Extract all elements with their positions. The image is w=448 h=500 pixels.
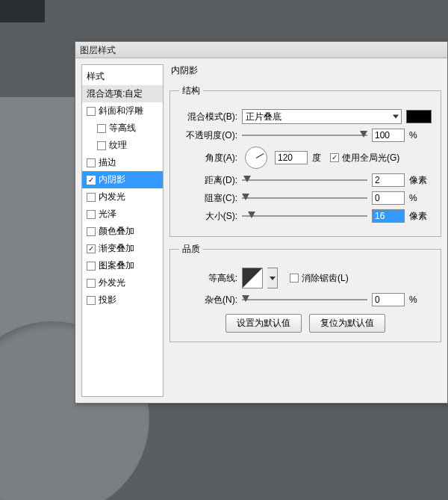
blend-mode-value: 正片叠底 [246,111,281,123]
style-item[interactable]: 光泽 [82,206,163,223]
noise-input[interactable]: 0 [372,293,405,306]
global-light-label: 使用全局光(G) [342,152,399,164]
effect-panel: 内阴影 结构 混合模式(B): 正片叠底 不透明度(O): 10 [169,64,441,397]
checkbox-icon[interactable] [87,296,96,305]
angle-label: 角度(A): [179,152,237,164]
style-item[interactable]: 投影 [82,291,163,309]
opacity-slider[interactable] [242,129,367,141]
contour-dropdown[interactable] [267,268,278,288]
checkbox-icon[interactable] [87,193,96,202]
checkbox-icon[interactable]: ✓ [87,244,96,253]
checkbox-icon[interactable] [87,262,96,271]
style-item[interactable]: ✓内阴影 [82,171,163,188]
reset-default-button[interactable]: 复位为默认值 [309,314,385,333]
checkbox-icon[interactable] [97,124,106,133]
blend-mode-select[interactable]: 正片叠底 [242,109,402,124]
distance-unit: 像素 [409,174,432,187]
style-item[interactable]: 外发光 [82,274,163,291]
style-item-label: 外发光 [99,277,125,289]
checkbox-icon[interactable] [87,158,96,167]
checkbox-icon[interactable] [87,107,96,116]
quality-legend: 品质 [179,243,203,256]
style-item[interactable]: ✓渐变叠加 [82,240,163,257]
style-item-label: 渐变叠加 [99,242,134,255]
angle-input[interactable]: 120 [275,151,308,164]
style-item-label: 纹理 [109,139,127,152]
global-light-checkbox[interactable]: ✓ 使用全局光(G) [330,152,399,164]
contour-swatch[interactable] [242,268,263,288]
style-item-label: 投影 [99,294,116,306]
app-bg-dark [0,0,45,22]
size-slider[interactable] [242,210,367,222]
make-default-button[interactable]: 设置为默认值 [225,314,302,333]
dialog-title[interactable]: 图层样式 [75,42,447,58]
style-item-label: 斜面和浮雕 [99,105,143,117]
size-unit: 像素 [409,210,432,223]
style-item-label: 描边 [99,156,116,169]
layer-style-dialog: 图层样式 样式 混合选项:自定 斜面和浮雕等高线纹理描边✓内阴影内发光光泽颜色叠… [75,41,448,404]
style-item-label: 颜色叠加 [99,225,134,238]
style-item[interactable]: 图案叠加 [82,257,163,274]
structure-group: 结构 混合模式(B): 正片叠底 不透明度(O): 100 % [169,84,441,237]
style-item-label: 内阴影 [99,173,125,186]
style-item-label: 图案叠加 [99,259,134,272]
style-item[interactable]: 描边 [82,154,163,171]
checkbox-icon[interactable] [87,227,96,236]
style-item[interactable]: 内发光 [82,188,163,206]
distance-label: 距离(D): [179,174,237,187]
size-input[interactable]: 16 [372,209,405,223]
angle-unit: 度 [312,152,321,164]
style-item[interactable]: 颜色叠加 [82,223,163,240]
checkbox-icon[interactable] [87,279,96,288]
antialias-checkbox[interactable]: 消除锯齿(L) [290,272,349,285]
checkbox-icon[interactable] [87,210,96,219]
styles-list: 样式 混合选项:自定 斜面和浮雕等高线纹理描边✓内阴影内发光光泽颜色叠加✓渐变叠… [81,64,164,397]
styles-header[interactable]: 样式 [82,68,163,85]
noise-unit: % [409,294,432,305]
opacity-unit: % [409,130,432,141]
choke-label: 阻塞(C): [179,192,237,205]
checkbox-icon[interactable] [97,141,106,150]
blend-mode-label: 混合模式(B): [179,111,237,123]
chevron-down-icon [270,277,276,280]
panel-title: 内阴影 [169,64,441,78]
choke-slider[interactable] [242,192,367,204]
structure-legend: 结构 [179,84,203,97]
style-item[interactable]: 斜面和浮雕 [82,102,163,120]
distance-input[interactable]: 2 [372,173,405,187]
choke-input[interactable]: 0 [372,191,405,205]
distance-slider[interactable] [242,174,367,186]
choke-unit: % [409,193,432,203]
style-item-label: 内发光 [99,191,125,203]
contour-label: 等高线: [179,272,237,285]
color-swatch[interactable] [406,110,432,123]
style-item-label: 等高线 [109,122,136,135]
opacity-input[interactable]: 100 [372,129,405,142]
angle-dial[interactable] [245,146,267,169]
chevron-down-icon [393,115,399,119]
style-item[interactable]: 纹理 [82,137,163,154]
noise-slider[interactable] [242,294,367,306]
blending-options-item[interactable]: 混合选项:自定 [82,85,163,102]
opacity-label: 不透明度(O): [179,129,237,142]
size-label: 大小(S): [179,210,237,223]
quality-group: 品质 等高线: 消除锯齿(L) 杂色(N): 0 % [169,243,441,342]
style-item-label: 光泽 [99,208,116,220]
antialias-label: 消除锯齿(L) [302,272,349,285]
style-item[interactable]: 等高线 [82,120,163,137]
checkbox-icon[interactable]: ✓ [87,176,96,185]
noise-label: 杂色(N): [179,294,237,306]
